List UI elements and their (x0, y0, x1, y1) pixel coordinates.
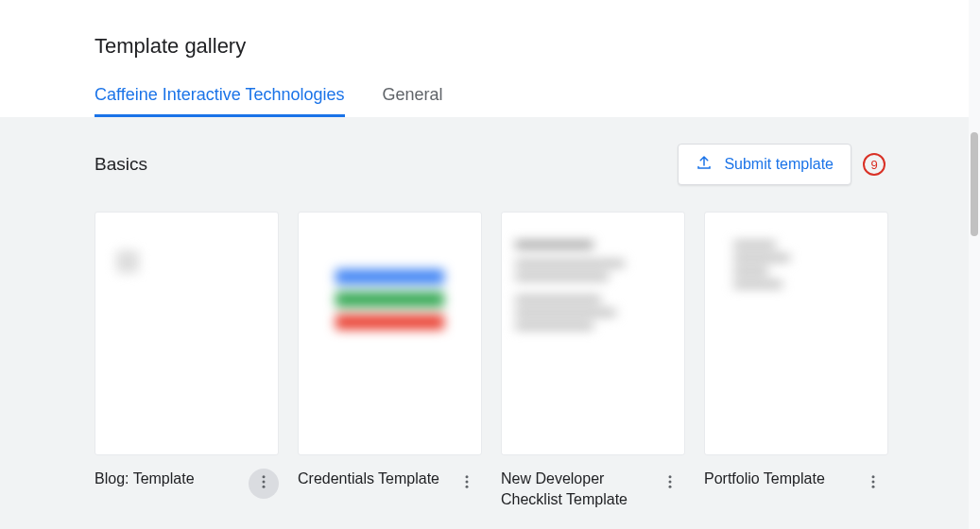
tabs-container: Caffeine Interactive Technologies Genera… (95, 85, 885, 117)
svg-point-2 (263, 486, 266, 488)
more-vert-icon (662, 473, 679, 494)
scrollbar[interactable] (969, 0, 980, 529)
tab-org[interactable]: Caffeine Interactive Technologies (95, 85, 345, 117)
scrollbar-thumb[interactable] (971, 132, 978, 236)
templates-grid: Blog: Template Credentials Template (95, 212, 885, 511)
template-thumbnail[interactable] (704, 212, 888, 455)
svg-point-7 (669, 481, 672, 484)
svg-point-5 (466, 486, 469, 488)
svg-point-9 (872, 475, 875, 478)
template-more-button[interactable] (858, 469, 888, 499)
template-card: Credentials Template (298, 212, 482, 511)
upload-icon (696, 154, 713, 175)
svg-point-1 (263, 481, 266, 484)
template-more-button[interactable] (452, 469, 482, 499)
template-name: New Developer Checklist Template (501, 469, 647, 511)
template-card: New Developer Checklist Template (501, 212, 685, 511)
template-thumbnail[interactable] (501, 212, 685, 455)
svg-point-4 (466, 481, 469, 484)
submit-template-label: Submit template (724, 156, 834, 173)
submit-template-button[interactable]: Submit template (678, 144, 851, 185)
template-more-button[interactable] (249, 469, 279, 499)
page-title: Template gallery (95, 0, 885, 85)
svg-point-8 (669, 486, 672, 488)
template-more-button[interactable] (655, 469, 685, 499)
annotation-badge: 9 (863, 153, 885, 176)
section-title: Basics (95, 154, 147, 175)
svg-point-3 (466, 475, 469, 478)
template-thumbnail[interactable] (298, 212, 482, 455)
more-vert-icon (255, 473, 272, 494)
tab-general[interactable]: General (383, 85, 443, 117)
template-name: Credentials Template (298, 469, 444, 489)
svg-point-11 (872, 486, 875, 488)
svg-point-10 (872, 481, 875, 484)
template-thumbnail[interactable] (95, 212, 279, 455)
svg-point-6 (669, 475, 672, 478)
template-card: Portfolio Template (704, 212, 888, 511)
more-vert-icon (865, 473, 882, 494)
template-card: Blog: Template (95, 212, 279, 511)
template-name: Blog: Template (95, 469, 241, 489)
template-name: Portfolio Template (704, 469, 851, 489)
more-vert-icon (458, 473, 475, 494)
svg-point-0 (263, 475, 266, 478)
